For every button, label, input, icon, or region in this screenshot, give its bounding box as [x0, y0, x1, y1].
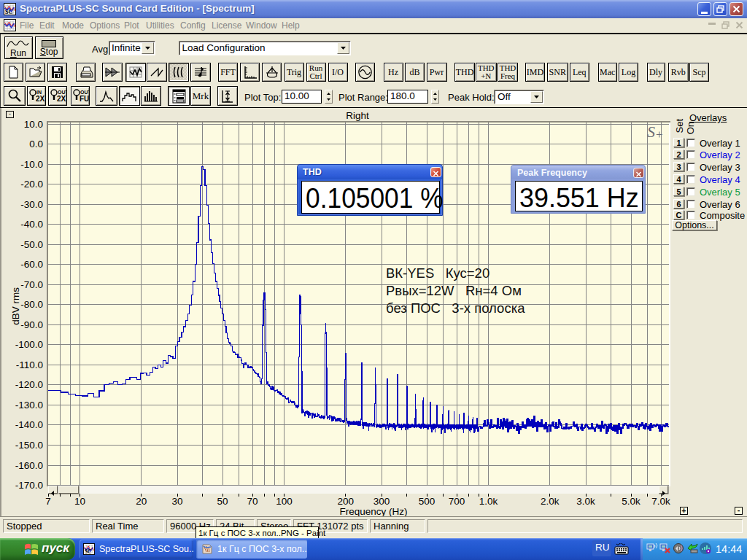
svg-text:ВК-YES Кус=20: ВК-YES Кус=20	[386, 265, 489, 281]
svg-text:500: 500	[419, 496, 436, 507]
svg-text:700: 700	[449, 496, 465, 507]
svg-text:OUT: OUT	[80, 90, 89, 95]
svg-text:-90.0: -90.0	[20, 319, 43, 330]
svg-text:30: 30	[171, 496, 182, 507]
svg-text:+: +	[656, 128, 663, 141]
svg-text:100: 100	[276, 496, 293, 507]
svg-text:OUT: OUT	[58, 90, 66, 95]
svg-text:7.0k: 7.0k	[651, 496, 670, 507]
svg-text:200: 200	[337, 496, 354, 507]
svg-text:-140.0: -140.0	[15, 419, 43, 430]
svg-text:-20.0: -20.0	[20, 179, 43, 190]
svg-text:SC: SC	[85, 548, 92, 555]
svg-text:-100.0: -100.0	[15, 339, 43, 350]
svg-text:-40.0: -40.0	[20, 219, 43, 230]
svg-text:1.0k: 1.0k	[479, 496, 498, 507]
svg-text:-160.0: -160.0	[15, 460, 43, 471]
svg-text:70: 70	[247, 496, 258, 507]
svg-text:-150.0: -150.0	[15, 440, 43, 451]
svg-text:0.0: 0.0	[29, 139, 43, 149]
svg-text:20: 20	[136, 496, 147, 507]
svg-text:-120.0: -120.0	[15, 379, 43, 390]
svg-text:7: 7	[45, 496, 51, 507]
svg-text:10.0: 10.0	[24, 119, 43, 130]
svg-text:-170.0: -170.0	[15, 480, 43, 491]
svg-text:-10.0: -10.0	[20, 159, 43, 170]
svg-text:-60.0: -60.0	[20, 259, 43, 270]
svg-text:SC: SC	[5, 9, 12, 15]
svg-text:2X: 2X	[36, 95, 45, 103]
svg-text:-70.0: -70.0	[20, 279, 43, 290]
svg-text:S: S	[647, 122, 655, 141]
svg-text:2.0k: 2.0k	[541, 496, 560, 507]
svg-text:-30.0: -30.0	[20, 199, 43, 210]
svg-text:300: 300	[374, 496, 390, 507]
svg-text:50: 50	[217, 496, 228, 507]
svg-text:Frequency (Hz): Frequency (Hz)	[339, 506, 407, 516]
svg-text:Рвых=12W Rн=4 Ом: Рвых=12W Rн=4 Ом	[386, 283, 522, 298]
svg-text:3.0k: 3.0k	[576, 496, 595, 507]
svg-text:5.0k: 5.0k	[622, 496, 640, 507]
svg-text:-50.0: -50.0	[20, 239, 43, 250]
svg-text:IN: IN	[36, 90, 42, 95]
svg-text:-130.0: -130.0	[15, 400, 43, 411]
svg-text:-80.0: -80.0	[20, 299, 43, 310]
svg-text:10: 10	[74, 496, 85, 507]
svg-text:-110.0: -110.0	[16, 359, 43, 370]
svg-text:FULL: FULL	[80, 95, 89, 103]
svg-text:2X: 2X	[57, 95, 66, 103]
svg-text:без ПОС 3-х полоска: без ПОС 3-х полоска	[386, 300, 525, 316]
